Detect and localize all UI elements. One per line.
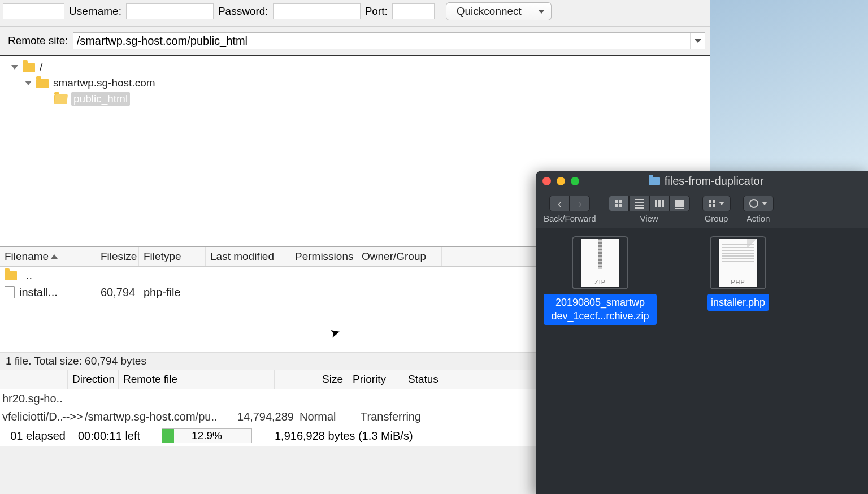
file-item-php[interactable]: PHP installer.php — [682, 236, 795, 325]
file-label: 20190805_smartwp dev_1cecf...rchive.zip — [544, 294, 657, 325]
connection-toolbar: Username: Password: Port: Quickconnect — [0, 0, 710, 27]
minimize-icon[interactable] — [557, 177, 565, 185]
view-label: View — [640, 214, 658, 223]
finder-title: files-from-duplicator — [579, 175, 861, 188]
chevron-right-icon: › — [578, 197, 582, 210]
folder-icon — [36, 79, 49, 88]
file-item-zip[interactable]: ZIP 20190805_smartwp dev_1cecf...rchive.… — [544, 236, 657, 325]
finder-window[interactable]: files-from-duplicator ‹ › Back/Forward V… — [536, 171, 868, 494]
back-button[interactable]: ‹ — [549, 196, 570, 211]
finder-titlebar[interactable]: files-from-duplicator — [536, 171, 868, 192]
finder-body[interactable]: ZIP 20190805_smartwp dev_1cecf...rchive.… — [536, 228, 868, 333]
folder-icon — [649, 177, 660, 185]
remote-site-drop[interactable] — [690, 33, 705, 49]
username-label: Username: — [69, 5, 121, 18]
col-filesize[interactable]: Filesize — [96, 247, 139, 266]
view-icons-button[interactable] — [609, 196, 629, 211]
folder-icon — [23, 63, 35, 72]
zip-file-icon: ZIP — [581, 239, 619, 287]
qcol-priority[interactable]: Priority — [348, 370, 403, 389]
group-button[interactable] — [702, 196, 731, 211]
progress-bar: 12.9% — [162, 428, 252, 443]
remote-site-label: Remote site: — [8, 34, 68, 47]
finder-toolbar: ‹ › Back/Forward View Group Action — [536, 192, 868, 228]
tree-selected-label: public_html — [71, 92, 130, 106]
qcol-direction[interactable]: Direction — [68, 370, 119, 389]
gallery-icon — [675, 200, 684, 207]
sort-asc-icon — [51, 254, 58, 259]
grid-icon — [709, 200, 715, 207]
file-label: installer.php — [707, 294, 769, 311]
window-controls — [542, 177, 579, 185]
back-forward-label: Back/Forward — [544, 214, 596, 223]
view-gallery-button[interactable] — [670, 196, 690, 211]
gear-icon — [749, 199, 758, 208]
host-input[interactable] — [3, 3, 64, 19]
list-icon — [635, 199, 644, 209]
remote-site-combo[interactable] — [73, 32, 705, 49]
username-input[interactable] — [126, 3, 214, 19]
chevron-down-icon — [719, 202, 724, 205]
remote-site-input[interactable] — [73, 34, 690, 47]
group-label: Group — [705, 214, 728, 223]
tree-host[interactable]: smartwp.sg-host.com — [0, 75, 710, 91]
col-filetype[interactable]: Filetype — [139, 247, 206, 266]
close-icon[interactable] — [542, 177, 551, 185]
port-label: Port: — [365, 5, 388, 18]
chevron-down-icon — [762, 202, 767, 205]
php-file-icon: PHP — [719, 239, 757, 287]
col-permissions[interactable]: Permissions — [290, 247, 357, 266]
columns-icon — [655, 200, 664, 207]
action-label: Action — [747, 214, 770, 223]
qcol-localfile[interactable] — [0, 370, 68, 389]
file-icon — [5, 286, 15, 298]
tree-root[interactable]: / — [0, 59, 710, 75]
disclosure-icon[interactable] — [25, 81, 32, 85]
chevron-left-icon: ‹ — [558, 197, 562, 210]
tree-host-label: smartwp.sg-host.com — [53, 77, 155, 89]
disclosure-icon[interactable] — [11, 65, 18, 70]
password-input[interactable] — [273, 3, 361, 19]
zoom-icon[interactable] — [571, 177, 579, 185]
forward-button[interactable]: › — [570, 196, 590, 211]
chevron-down-icon — [695, 39, 701, 43]
quickconnect-dropdown[interactable] — [532, 2, 552, 20]
tree-public-html[interactable]: public_html — [0, 91, 710, 107]
view-columns-button[interactable] — [649, 196, 670, 211]
grid-icon — [615, 200, 622, 207]
col-ownergroup[interactable]: Owner/Group — [357, 247, 442, 266]
folder-open-icon — [54, 94, 67, 104]
remote-site-row: Remote site: — [0, 27, 710, 56]
quickconnect-button[interactable]: Quickconnect — [446, 2, 532, 20]
folder-icon — [5, 271, 17, 280]
tree-root-label: / — [40, 61, 42, 73]
qcol-remotefile[interactable]: Remote file — [119, 370, 275, 389]
port-input[interactable] — [392, 3, 435, 19]
view-list-button[interactable] — [629, 196, 649, 211]
password-label: Password: — [218, 5, 268, 18]
action-button[interactable] — [743, 196, 774, 211]
chevron-down-icon — [538, 10, 545, 14]
col-lastmodified[interactable]: Last modified — [206, 247, 290, 266]
qcol-size[interactable]: Size — [275, 370, 348, 389]
col-filename[interactable]: Filename — [0, 247, 96, 266]
qcol-status[interactable]: Status — [403, 370, 488, 389]
